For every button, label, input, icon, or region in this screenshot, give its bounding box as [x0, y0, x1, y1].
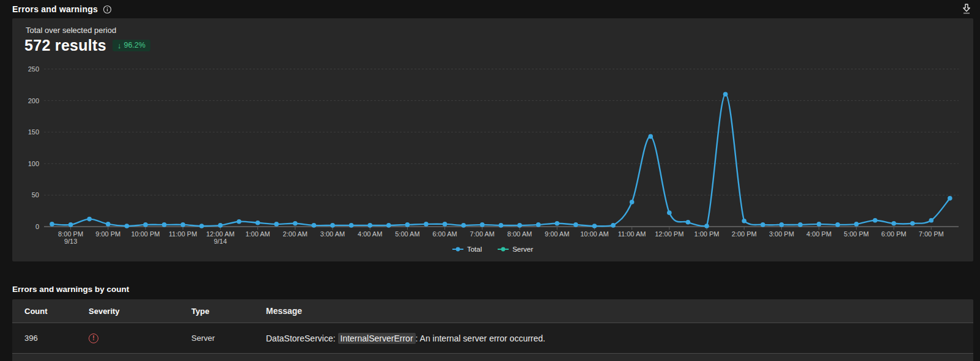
data-point[interactable]: [648, 134, 653, 139]
data-point[interactable]: [854, 222, 859, 227]
data-point[interactable]: [592, 224, 597, 228]
legend-item-total[interactable]: Total: [452, 246, 482, 253]
data-point[interactable]: [686, 220, 691, 225]
svg-text:5:00 PM: 5:00 PM: [844, 230, 869, 238]
data-point[interactable]: [274, 222, 279, 227]
data-point[interactable]: [330, 223, 335, 228]
summary-label: Total over selected period: [26, 26, 116, 35]
data-point[interactable]: [50, 222, 54, 227]
data-point[interactable]: [630, 200, 635, 205]
data-point[interactable]: [424, 222, 429, 227]
data-point[interactable]: [106, 222, 111, 227]
svg-text:9/13: 9/13: [64, 238, 77, 244]
svg-text:9:00 PM: 9:00 PM: [95, 230, 120, 238]
svg-text:7:00 AM: 7:00 AM: [470, 230, 495, 238]
data-point[interactable]: [835, 222, 840, 227]
svg-text:0: 0: [35, 223, 39, 230]
svg-text:10:00 AM: 10:00 AM: [580, 230, 608, 238]
summary-value: 572 results: [24, 37, 106, 54]
data-point[interactable]: [573, 222, 578, 227]
table-header-row: Count Severity Type Message: [12, 299, 973, 323]
data-point[interactable]: [180, 222, 185, 227]
data-point[interactable]: [554, 221, 559, 226]
legend-marker-icon: [498, 247, 509, 252]
col-header-type: Type: [191, 307, 266, 316]
data-point[interactable]: [517, 223, 522, 228]
col-header-count: Count: [12, 307, 89, 316]
data-point[interactable]: [256, 221, 260, 225]
svg-text:12:00 AM: 12:00 AM: [206, 230, 234, 238]
type-cell: Server: [191, 334, 266, 343]
message-cell: DataStoreService: InternalServerError: A…: [266, 334, 973, 343]
data-point[interactable]: [948, 196, 952, 201]
data-point[interactable]: [367, 223, 372, 228]
data-point[interactable]: [68, 222, 73, 227]
svg-text:3:00 PM: 3:00 PM: [769, 230, 794, 238]
data-point[interactable]: [873, 218, 878, 223]
chart-panel: Total over selected period 572 results ↓…: [12, 18, 973, 261]
svg-text:50: 50: [32, 191, 39, 199]
data-point[interactable]: [536, 222, 541, 227]
svg-text:3:00 AM: 3:00 AM: [320, 230, 345, 238]
error-severity-icon: !: [89, 334, 98, 343]
data-point[interactable]: [405, 222, 410, 227]
data-point[interactable]: [910, 221, 915, 226]
chart-axes: 0501001502002508:00 PM9:00 PM10:00 PM11:…: [28, 65, 959, 244]
count-cell: 396: [12, 334, 89, 343]
svg-text:4:00 AM: 4:00 AM: [358, 230, 382, 238]
data-point[interactable]: [125, 224, 130, 228]
svg-text:9/14: 9/14: [214, 238, 227, 244]
svg-text:7:00 PM: 7:00 PM: [919, 230, 944, 238]
info-icon[interactable]: [103, 5, 112, 14]
errors-table: Count Severity Type Message 396 ! Server…: [12, 299, 973, 361]
message-prefix: DataStoreService:: [266, 334, 338, 343]
download-icon[interactable]: [962, 4, 971, 15]
data-point[interactable]: [461, 223, 466, 228]
svg-text:4:00 PM: 4:00 PM: [806, 230, 831, 238]
data-point[interactable]: [218, 223, 223, 228]
errors-line-chart[interactable]: 0501001502002508:00 PM9:00 PM10:00 PM11:…: [12, 61, 973, 244]
topbar: Errors and warnings: [0, 0, 980, 18]
data-point[interactable]: [611, 223, 616, 228]
legend-item-server[interactable]: Server: [498, 246, 533, 253]
data-point[interactable]: [162, 222, 167, 227]
data-point[interactable]: [480, 222, 485, 227]
data-point[interactable]: [761, 222, 765, 227]
data-point[interactable]: [312, 223, 317, 228]
svg-text:9:00 AM: 9:00 AM: [545, 230, 569, 238]
svg-text:11:00 PM: 11:00 PM: [169, 230, 197, 238]
svg-text:8:00 PM: 8:00 PM: [58, 230, 83, 238]
chart-grid: [44, 69, 959, 195]
data-point[interactable]: [199, 224, 204, 228]
data-point[interactable]: [443, 222, 448, 227]
svg-text:250: 250: [28, 65, 39, 73]
data-point[interactable]: [386, 223, 391, 228]
svg-text:1:00 AM: 1:00 AM: [245, 230, 270, 238]
message-suffix: : An internal server error occurred.: [416, 334, 545, 343]
arrow-down-icon: ↓: [117, 42, 122, 49]
data-point[interactable]: [798, 222, 803, 227]
svg-text:8:00 AM: 8:00 AM: [507, 230, 532, 238]
data-point[interactable]: [779, 222, 784, 227]
total-series-line: [50, 92, 952, 228]
table-row[interactable]: 396 ! Server DataStoreService: InternalS…: [12, 323, 973, 353]
data-point[interactable]: [143, 222, 148, 227]
svg-text:2:00 AM: 2:00 AM: [283, 230, 308, 238]
data-point[interactable]: [704, 224, 709, 228]
delta-value: 96.2%: [123, 42, 145, 49]
svg-text:1:00 PM: 1:00 PM: [694, 230, 720, 238]
data-point[interactable]: [667, 211, 672, 216]
legend-label: Total: [467, 246, 482, 253]
svg-text:150: 150: [28, 128, 39, 136]
data-point[interactable]: [87, 217, 92, 222]
data-point[interactable]: [929, 218, 934, 223]
data-point[interactable]: [723, 92, 728, 97]
svg-text:6:00 PM: 6:00 PM: [882, 230, 907, 238]
data-point[interactable]: [499, 223, 504, 228]
data-point[interactable]: [237, 219, 241, 224]
data-point[interactable]: [817, 222, 822, 227]
data-point[interactable]: [293, 221, 298, 226]
data-point[interactable]: [891, 221, 896, 226]
data-point[interactable]: [742, 219, 746, 224]
data-point[interactable]: [349, 223, 354, 228]
